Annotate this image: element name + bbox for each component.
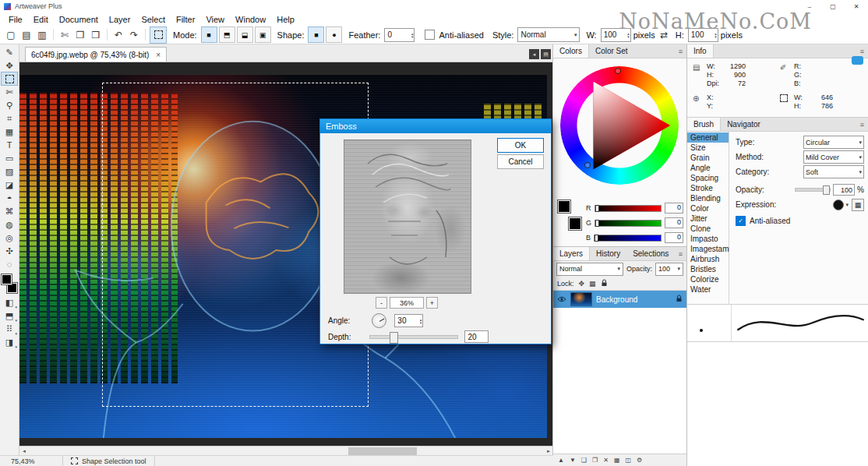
marquee-tool-toggle[interactable]	[150, 26, 167, 44]
red-slider-thumb[interactable]	[595, 205, 599, 212]
panel-menu-icon[interactable]: ≡	[860, 121, 868, 129]
tool-move[interactable]: ✥	[2, 59, 17, 72]
brush-cat-blending[interactable]: Blending	[687, 193, 729, 203]
status-zoom-level[interactable]: 75,43%	[0, 456, 63, 466]
chevron-down-icon[interactable]: ▾	[845, 202, 849, 208]
brush-cat-color[interactable]: Color	[687, 203, 729, 214]
tab-colors[interactable]: Colors	[553, 44, 589, 58]
brush-cat-clone[interactable]: Clone	[687, 224, 729, 234]
red-slider[interactable]	[595, 205, 662, 212]
panel-menu-icon[interactable]: ≡	[679, 250, 686, 258]
tool-knife[interactable]: ✄	[2, 86, 17, 98]
lock-pixels-icon[interactable]: ▦	[589, 280, 596, 288]
shape-rectangle-button[interactable]: ■	[308, 26, 324, 43]
tool-gradient[interactable]: ▨	[2, 165, 17, 178]
expression-grid-button[interactable]: ▦	[852, 199, 864, 211]
document-tab[interactable]: 6c04f9.jpg.webp @ 75,43% (8-bit) ×	[25, 47, 167, 62]
scrollbar-thumb[interactable]	[348, 447, 417, 455]
zoom-out-button[interactable]: -	[376, 297, 387, 309]
copy-icon[interactable]: ❐	[73, 28, 87, 42]
brush-cat-general[interactable]: General	[687, 132, 729, 143]
tool-rect-select[interactable]	[2, 72, 17, 85]
brush-opacity-thumb[interactable]	[823, 185, 830, 195]
brush-cat-impasto[interactable]: Impasto	[687, 234, 729, 244]
layer-opacity-input[interactable]: 100 ▾	[655, 263, 683, 276]
panel-menu-icon[interactable]: ≡	[679, 48, 686, 55]
brush-antialiased-checkbox[interactable]: ✓	[736, 216, 746, 226]
save-icon[interactable]: ▥	[35, 28, 49, 42]
brush-cat-imagestamp[interactable]: Imagestamp	[687, 244, 729, 254]
brush-type-select[interactable]: Circular▾	[803, 136, 864, 149]
tab-selections[interactable]: Selections	[626, 247, 675, 260]
layer-mask-icon[interactable]: ◫	[625, 457, 631, 464]
feather-spinner[interactable]: ▴▾	[411, 32, 414, 38]
panel-color-swatches[interactable]	[558, 200, 581, 230]
emboss-preview[interactable]	[344, 139, 471, 294]
tool-flyout-effects[interactable]: ⠿▾	[2, 323, 17, 335]
undo-icon[interactable]: ↶	[111, 28, 125, 42]
paste-icon[interactable]: ❒	[89, 28, 103, 42]
menu-document[interactable]: Document	[54, 13, 104, 26]
layer-thumbnail[interactable]	[570, 292, 592, 306]
new-document-icon[interactable]: ▢	[4, 28, 18, 42]
red-value[interactable]: 0	[665, 203, 683, 214]
layer-scroll-down-icon[interactable]: ▼	[570, 457, 576, 464]
depth-slider[interactable]	[369, 335, 458, 339]
brush-cat-bristles[interactable]: Bristles	[687, 264, 729, 274]
depth-slider-thumb[interactable]	[390, 332, 398, 344]
tool-flyout-brush[interactable]: ◧▾	[2, 296, 17, 309]
mode-new-selection-button[interactable]: ■	[201, 26, 217, 43]
panel-background-swatch[interactable]	[569, 217, 581, 230]
tool-zoom[interactable]: ◎	[2, 231, 17, 244]
menu-filter[interactable]: Filter	[171, 13, 200, 26]
tool-crop[interactable]: ⌗	[2, 112, 17, 125]
tab-info[interactable]: Info	[687, 44, 714, 58]
tool-lasso[interactable]: ⚲	[2, 99, 17, 111]
cut-icon[interactable]: ✄	[58, 28, 72, 42]
menu-select[interactable]: Select	[136, 13, 171, 26]
tab-color-set[interactable]: Color Set	[589, 44, 634, 58]
panel-menu-icon[interactable]: ≡	[860, 48, 868, 55]
open-icon[interactable]: ▤	[19, 28, 34, 42]
mode-add-button[interactable]: ⬒	[219, 26, 235, 43]
tab-layers[interactable]: Layers	[553, 247, 590, 260]
mode-subtract-button[interactable]: ⬓	[237, 26, 253, 43]
tab-close-icon[interactable]: ×	[156, 51, 161, 59]
lock-all-icon[interactable]	[601, 279, 608, 288]
zoom-in-button[interactable]: +	[426, 297, 438, 309]
brush-method-select[interactable]: Mild Cover▾	[803, 150, 864, 164]
angle-spinner[interactable]: ▴▾	[420, 318, 422, 324]
feather-input[interactable]: 0 ▴▾	[384, 28, 415, 42]
blend-mode-select[interactable]: Normal ▾	[556, 263, 623, 276]
brush-opacity-value[interactable]: 100	[833, 184, 855, 196]
tool-mosaic[interactable]: ▦	[2, 125, 17, 138]
redo-icon[interactable]: ↷	[127, 28, 141, 42]
tool-shape-select[interactable]: ◌	[2, 258, 17, 270]
new-group-icon[interactable]: ❏	[581, 457, 587, 464]
menu-layer[interactable]: Layer	[104, 13, 136, 26]
blue-slider[interactable]	[594, 235, 662, 242]
green-slider[interactable]	[595, 220, 662, 227]
tool-text[interactable]: T	[2, 139, 17, 151]
tool-hand[interactable]: ✣	[2, 245, 17, 257]
tab-list-button[interactable]: ▤	[541, 49, 551, 59]
layer-row-background[interactable]: Background	[553, 291, 686, 308]
tool-blur[interactable]: ◍	[2, 218, 17, 231]
angle-dial[interactable]	[372, 313, 386, 328]
tab-brush[interactable]: Brush	[687, 118, 721, 131]
tool-pencil[interactable]: ✎	[2, 46, 17, 58]
scroll-left-icon[interactable]: ◄	[19, 449, 29, 454]
new-layer-icon[interactable]: ❐	[592, 457, 598, 464]
brush-cat-airbrush[interactable]: Airbrush	[687, 254, 729, 264]
menu-file[interactable]: File	[3, 13, 28, 26]
foreground-color-swatch[interactable]	[2, 274, 12, 284]
menu-help[interactable]: Help	[271, 13, 300, 26]
tool-clone[interactable]: ⌘	[2, 205, 17, 217]
panel-foreground-swatch[interactable]	[558, 200, 570, 213]
brush-cat-grain[interactable]: Grain	[687, 153, 729, 163]
antialiased-checkbox[interactable]	[425, 30, 435, 40]
tool-eraser[interactable]: ◪	[2, 178, 17, 191]
tool-flyout-retouch[interactable]: ⬒▾	[2, 309, 17, 322]
dialog-titlebar[interactable]: Emboss	[320, 119, 551, 133]
brush-cat-size[interactable]: Size	[687, 143, 729, 153]
